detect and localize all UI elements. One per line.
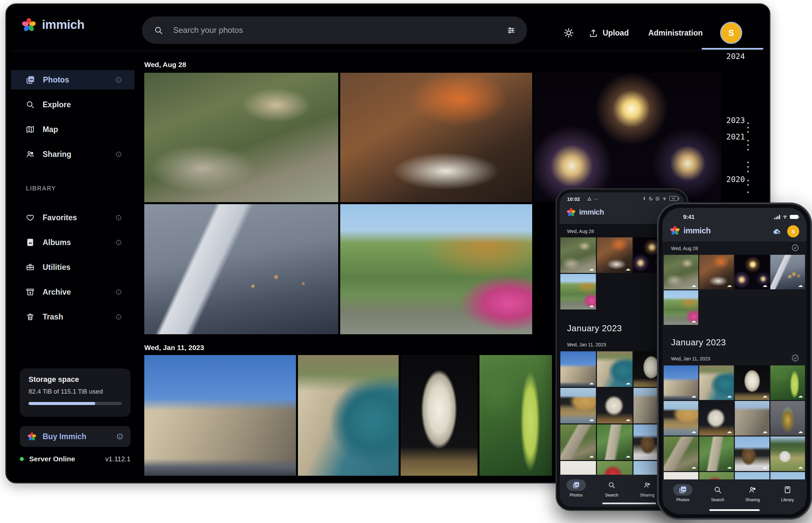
timeline-year[interactable]: 2024 bbox=[717, 52, 745, 61]
sim-alert-icon bbox=[655, 196, 660, 201]
photo-thumb[interactable]: ☁ bbox=[664, 436, 698, 471]
photo-thumb[interactable]: ☁ bbox=[735, 401, 770, 435]
photo-thumb[interactable]: ☁ bbox=[560, 351, 596, 387]
photo-autumn-park-path[interactable] bbox=[340, 204, 532, 334]
photo-thumb[interactable]: ☁ bbox=[735, 436, 770, 471]
nav-item-photos[interactable]: Photos bbox=[563, 480, 589, 498]
photo-thumb[interactable]: ☁ bbox=[771, 255, 805, 289]
storage-progress-fill bbox=[29, 402, 95, 405]
photo-thumb[interactable]: ☁ bbox=[735, 255, 770, 289]
people-icon bbox=[26, 150, 35, 159]
trash-icon bbox=[26, 312, 35, 321]
photo-thumb[interactable]: ☁ bbox=[560, 388, 596, 423]
alert-triangle-icon bbox=[587, 197, 591, 201]
photo-sea-grape-plant[interactable] bbox=[480, 355, 552, 476]
photo-holding-hands-dusk[interactable] bbox=[144, 204, 338, 334]
ios-status-right-icons bbox=[774, 215, 799, 219]
sidebar-item-favorites[interactable]: Favorites bbox=[11, 208, 135, 227]
nav-item-photos[interactable]: Photos bbox=[669, 484, 696, 502]
info-icon[interactable] bbox=[116, 239, 122, 246]
battery-icon: 97 bbox=[669, 196, 679, 201]
photo-grid: ☁ ☁ ☁ ☁ ☁ bbox=[664, 255, 807, 325]
photo-thumb[interactable]: ☁ bbox=[597, 351, 633, 387]
photo-thumb[interactable]: ☁ bbox=[699, 365, 734, 400]
sidebar-item-trash[interactable]: Trash bbox=[11, 307, 135, 327]
select-check-icon[interactable] bbox=[791, 244, 799, 252]
filter-sliders-icon[interactable] bbox=[507, 26, 516, 35]
buy-immich-button[interactable]: Buy Immich bbox=[20, 426, 131, 447]
photo-thumb[interactable]: ☁ bbox=[560, 237, 596, 273]
nav-label: Sharing bbox=[745, 498, 760, 502]
photo-jungle-monkeys[interactable] bbox=[144, 73, 338, 202]
photo-marble-bust[interactable] bbox=[401, 355, 478, 476]
info-icon[interactable] bbox=[116, 77, 122, 83]
photo-thumb[interactable]: ☁ bbox=[699, 436, 734, 471]
server-status-label: Server Online bbox=[29, 455, 75, 463]
cloud-sync-icon: ☁ bbox=[625, 267, 630, 272]
timeline-scrubber-handle[interactable] bbox=[702, 48, 763, 50]
upload-button[interactable]: Upload bbox=[589, 29, 629, 38]
nav-item-library[interactable]: Library bbox=[774, 484, 801, 502]
info-icon[interactable] bbox=[116, 151, 122, 158]
cloud-sync-icon: ☁ bbox=[589, 380, 594, 385]
photo-thumb[interactable]: ☁ bbox=[771, 401, 805, 435]
photo-thumb[interactable]: ☁ bbox=[771, 436, 805, 471]
cloud-sync-icon: ☁ bbox=[691, 465, 696, 470]
nav-item-sharing[interactable]: Sharing bbox=[634, 480, 661, 498]
upload-label: Upload bbox=[603, 29, 629, 38]
photo-thumb[interactable]: ☁ bbox=[664, 290, 698, 325]
theme-toggle-sun-icon[interactable] bbox=[563, 28, 574, 38]
photo-thumb[interactable]: ☁ bbox=[597, 425, 633, 460]
server-online-dot bbox=[20, 457, 24, 461]
photo-thumb[interactable]: ☁ bbox=[771, 365, 805, 400]
photo-thumb[interactable]: ☁ bbox=[664, 255, 698, 289]
photos-icon bbox=[572, 482, 580, 489]
photo-thumb[interactable]: ☁ bbox=[664, 365, 698, 400]
cloud-sync-icon: ☁ bbox=[589, 303, 594, 308]
sidebar: Photos Explore Map Sharing bbox=[11, 70, 135, 332]
sidebar-item-photos[interactable]: Photos bbox=[11, 70, 135, 90]
sidebar-item-explore[interactable]: Explore bbox=[11, 95, 135, 114]
search-bar[interactable]: Search your photos bbox=[142, 16, 527, 44]
cloud-backup-icon[interactable] bbox=[773, 227, 782, 236]
cloud-sync-icon: ☁ bbox=[691, 429, 696, 434]
photo-fireworks-night[interactable] bbox=[534, 73, 721, 202]
photo-thumb[interactable]: ☁ bbox=[735, 365, 770, 400]
photo-autumn-dinner-table[interactable] bbox=[340, 73, 532, 202]
cloud-sync-icon: ☁ bbox=[625, 454, 630, 458]
search-placeholder: Search your photos bbox=[173, 25, 243, 35]
cloud-sync-icon: ☁ bbox=[691, 283, 696, 288]
nav-item-search[interactable]: Search bbox=[704, 484, 731, 502]
app-logo[interactable]: immich bbox=[21, 17, 85, 33]
sidebar-item-utilities[interactable]: Utilities bbox=[11, 257, 135, 277]
date-group-heading: Wed, Aug 28 bbox=[671, 246, 698, 251]
photo-thumb[interactable]: ☁ bbox=[560, 425, 596, 460]
nav-item-sharing[interactable]: Sharing bbox=[739, 484, 766, 502]
stage: immich Search your photos Upload bbox=[0, 0, 812, 523]
photo-thumb[interactable]: ☁ bbox=[699, 401, 734, 435]
info-icon[interactable] bbox=[116, 314, 122, 320]
sidebar-item-sharing[interactable]: Sharing bbox=[11, 144, 135, 164]
photo-thumb[interactable]: ☁ bbox=[664, 401, 698, 435]
photo-thumb[interactable]: ☁ bbox=[699, 255, 734, 289]
sidebar-item-albums[interactable]: Albums bbox=[11, 233, 135, 252]
administration-link[interactable]: Administration bbox=[648, 29, 703, 38]
photo-thumb[interactable]: ☁ bbox=[597, 388, 633, 423]
info-icon[interactable] bbox=[117, 433, 123, 440]
select-check-icon[interactable] bbox=[791, 354, 799, 362]
heart-icon bbox=[26, 213, 35, 222]
photo-fortress-wall-cars[interactable] bbox=[144, 355, 296, 476]
nav-item-search[interactable]: Search bbox=[598, 480, 625, 498]
home-indicator bbox=[709, 509, 760, 511]
cloud-sync-icon: ☁ bbox=[727, 429, 732, 434]
user-avatar[interactable]: S bbox=[720, 22, 742, 44]
user-avatar[interactable]: S bbox=[787, 225, 799, 237]
photo-fortress-coast[interactable] bbox=[298, 355, 399, 476]
info-icon[interactable] bbox=[116, 215, 122, 221]
info-icon[interactable] bbox=[116, 289, 122, 295]
cloud-sync-icon: ☁ bbox=[625, 380, 630, 385]
sidebar-item-archive[interactable]: Archive bbox=[11, 282, 135, 302]
photo-thumb[interactable]: ☁ bbox=[560, 274, 596, 309]
sidebar-item-map[interactable]: Map bbox=[11, 120, 135, 139]
photo-thumb[interactable]: ☁ bbox=[597, 237, 633, 273]
